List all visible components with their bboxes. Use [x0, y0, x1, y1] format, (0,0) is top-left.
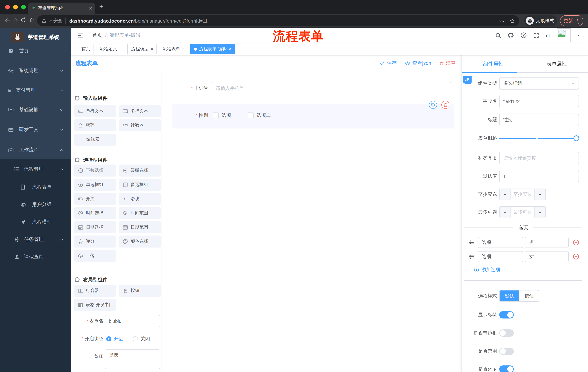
form-name-input[interactable]: [105, 315, 160, 327]
slider-handle[interactable]: [573, 135, 579, 141]
fullscreen-icon[interactable]: [533, 32, 539, 38]
palette-item-单行文本[interactable]: 单行文本: [74, 105, 116, 117]
sidebar-item-system[interactable]: 系统管理: [0, 62, 71, 80]
palette-item-颜色选择[interactable]: 颜色选择: [119, 235, 161, 247]
url-bar[interactable]: 不安全 dashboard.yudao.iocoder.cn/bpm/manag…: [37, 15, 519, 26]
password-key-icon[interactable]: [499, 18, 504, 23]
tag-close-icon[interactable]: ×: [119, 47, 122, 51]
sidebar-item-payment[interactable]: ¥支付管理: [0, 81, 71, 99]
drag-handle-icon[interactable]: [469, 240, 474, 245]
label-width-input[interactable]: [499, 152, 579, 164]
tab-close-icon[interactable]: [89, 6, 92, 10]
window-minimize-button[interactable]: [13, 5, 18, 10]
palette-item-编辑器[interactable]: 编辑器: [74, 134, 116, 146]
tag-close-icon[interactable]: ×: [151, 47, 153, 51]
window-close-button[interactable]: [5, 5, 10, 10]
window-zoom-button[interactable]: [21, 5, 26, 10]
gender-option2-checkbox[interactable]: [248, 112, 254, 118]
remove-option-icon[interactable]: [573, 253, 579, 260]
add-option-button[interactable]: 添加选项: [474, 266, 500, 273]
status-radio-on[interactable]: 开启: [106, 336, 123, 342]
min-select-input[interactable]: [511, 189, 535, 200]
title-input[interactable]: [499, 114, 579, 126]
clear-button[interactable]: 清空: [439, 60, 456, 67]
tab-component-props[interactable]: 组件属性: [462, 55, 525, 73]
delete-field-button[interactable]: [441, 101, 449, 109]
status-radio-off[interactable]: 关闭: [133, 336, 150, 342]
palette-item-单选框组[interactable]: 单选框组: [74, 179, 116, 191]
sidebar-item-home[interactable]: 首页: [0, 42, 71, 60]
toggle-是否必填[interactable]: [499, 365, 514, 372]
tag-首页[interactable]: 首页: [78, 44, 94, 54]
bookmark-star-icon[interactable]: [509, 18, 515, 23]
toggle-是否禁用[interactable]: [499, 348, 514, 355]
tag-流程定义[interactable]: 流程定义×: [96, 44, 125, 54]
drag-handle-icon[interactable]: [469, 254, 474, 260]
option-style-button-button[interactable]: 按钮: [519, 290, 539, 301]
min-decrease-button[interactable]: −: [500, 189, 511, 200]
option-text-input[interactable]: [478, 237, 523, 248]
home-icon[interactable]: [29, 17, 35, 23]
max-select-input[interactable]: [511, 207, 535, 218]
sidebar-item-task-manage[interactable]: 任务管理: [0, 231, 71, 248]
breadcrumb-home[interactable]: 首页: [92, 32, 102, 39]
sidebar-item-workflow[interactable]: 工作流程: [0, 141, 71, 159]
toggle-是否带边框[interactable]: [499, 329, 514, 337]
canvas-field-gender-selected[interactable]: *性别 选项一 选项二: [172, 104, 454, 128]
palette-item-下拉选择[interactable]: 下拉选择: [74, 165, 116, 177]
palette-item-多行文本[interactable]: 多行文本: [119, 105, 161, 117]
palette-item-滑块[interactable]: 滑块: [119, 193, 161, 205]
palette-item-时间范围[interactable]: 时间范围: [119, 207, 161, 219]
sidebar-item-devtools[interactable]: 研发工具: [0, 120, 71, 139]
tag-close-icon[interactable]: ×: [182, 47, 185, 51]
avatar[interactable]: [557, 28, 570, 42]
canvas-field-phone[interactable]: *手机号: [162, 82, 453, 94]
resize-handle-icon[interactable]: [155, 365, 159, 369]
reload-icon[interactable]: [20, 17, 26, 23]
min-increase-button[interactable]: +: [535, 189, 546, 200]
default-value-input[interactable]: [499, 170, 579, 182]
palette-item-计数器[interactable]: 123计数器: [119, 119, 161, 131]
toggle-显示标签[interactable]: [499, 311, 514, 319]
copy-field-button[interactable]: [429, 101, 437, 109]
option-value-input[interactable]: [525, 251, 569, 262]
field-name-input[interactable]: [499, 95, 579, 107]
palette-item-行容器[interactable]: 行容器: [74, 285, 116, 297]
phone-field-input[interactable]: [212, 82, 451, 94]
search-icon[interactable]: [495, 32, 501, 38]
sidebar-item-leave-query[interactable]: 请假查询: [0, 248, 71, 266]
save-button[interactable]: 保存: [380, 60, 397, 67]
palette-item-表格[开发中][interactable]: 表格[开发中]: [74, 299, 116, 311]
tag-流程表单-编辑[interactable]: 流程表单-编辑×: [190, 44, 235, 54]
palette-item-上传[interactable]: 上传: [74, 250, 116, 262]
github-icon[interactable]: [507, 32, 514, 39]
option-text-input[interactable]: [478, 251, 523, 262]
tag-close-icon[interactable]: ×: [229, 47, 231, 51]
palette-item-密码[interactable]: 密码: [74, 119, 116, 131]
sidebar-item-user-group[interactable]: 用户分组: [0, 196, 71, 213]
option-style-default-button[interactable]: 默认: [500, 290, 519, 301]
back-icon[interactable]: [4, 17, 10, 23]
palette-item-按钮[interactable]: 按钮: [119, 285, 161, 297]
form-remark-textarea[interactable]: 嘿嘿: [105, 350, 160, 369]
palette-item-级联选择[interactable]: 级联选择: [119, 165, 161, 177]
sidebar-item-process-form[interactable]: 流程表单: [0, 178, 71, 196]
font-size-icon[interactable]: ᴛT: [545, 32, 551, 38]
palette-item-日期范围[interactable]: 日期范围: [119, 221, 161, 233]
tab-form-props[interactable]: 表单属性: [525, 55, 588, 73]
tag-流程表单[interactable]: 流程表单×: [159, 44, 188, 54]
palette-item-开关[interactable]: 开关: [74, 193, 116, 205]
help-icon[interactable]: [520, 32, 527, 39]
sidebar-item-process-model[interactable]: 流程模型: [0, 213, 71, 231]
grid-slider[interactable]: [499, 135, 579, 141]
palette-item-日期选择[interactable]: 日期选择: [74, 221, 116, 233]
palette-item-多选框组[interactable]: 多选框组: [119, 179, 161, 191]
browser-caret-icon[interactable]: [576, 21, 580, 25]
form-canvas[interactable]: *手机号 *性别 选项一 选项二: [162, 71, 461, 372]
max-increase-button[interactable]: +: [535, 207, 546, 218]
max-decrease-button[interactable]: −: [500, 207, 511, 218]
remove-option-icon[interactable]: [573, 239, 579, 246]
component-type-select[interactable]: 多选框组: [499, 77, 579, 90]
palette-item-时间选择[interactable]: 时间选择: [74, 207, 116, 219]
sidebar-collapse-icon[interactable]: [77, 32, 83, 39]
